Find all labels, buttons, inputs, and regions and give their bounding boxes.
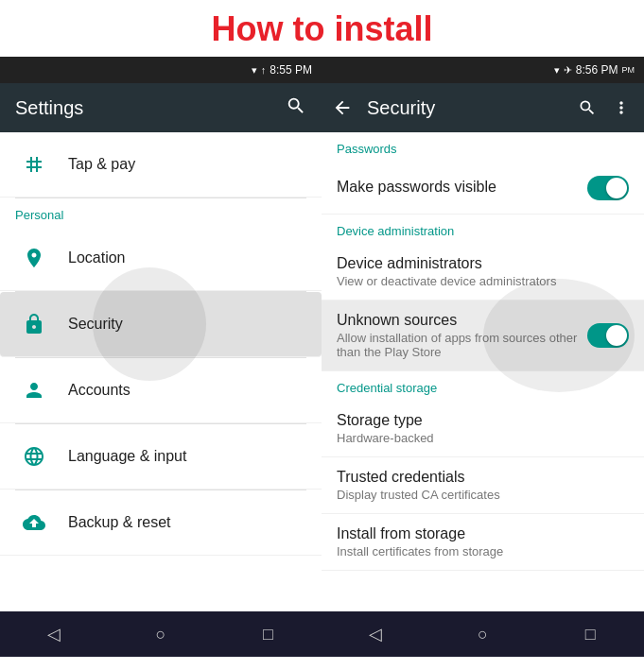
sidebar-item-location[interactable]: Location	[0, 226, 322, 291]
right-signal-icon: ✈	[564, 64, 572, 77]
back-button[interactable]: ◁	[35, 615, 73, 653]
storage-type-text: Storage type Hardware-backed	[337, 412, 629, 445]
location-icon	[15, 239, 53, 277]
device-admin-section-header: Device administration	[322, 215, 644, 244]
credential-storage-section-header: Credential storage	[322, 371, 644, 401]
security-icon	[15, 305, 53, 343]
trusted-credentials-sub: Display trusted CA certificates	[337, 488, 629, 502]
install-from-storage-sub: Install certificates from storage	[337, 544, 629, 558]
trusted-credentials-item[interactable]: Trusted credentials Display trusted CA c…	[322, 457, 644, 514]
back-arrow-button[interactable]	[325, 91, 359, 125]
unknown-sources-toggle[interactable]	[587, 323, 629, 348]
tap-icon	[15, 146, 53, 183]
accounts-icon	[15, 371, 53, 409]
sidebar-item-accounts[interactable]: Accounts	[0, 358, 322, 423]
security-screen-title: Security	[367, 97, 565, 119]
backup-icon	[15, 504, 53, 541]
language-icon	[15, 438, 53, 475]
security-list: Passwords Make passwords visible Device …	[322, 132, 644, 611]
language-label: Language & input	[68, 448, 186, 465]
right-screen: ▾ ✈ 8:56 PM PM Security	[322, 57, 644, 657]
trusted-credentials-text: Trusted credentials Display trusted CA c…	[337, 469, 629, 502]
page-title: How to install	[0, 0, 644, 57]
right-bottom-nav: ◁ ○ □	[322, 611, 644, 657]
sidebar-item-backup[interactable]: Backup & reset	[0, 490, 322, 556]
time-display: 8:55 PM	[270, 63, 312, 77]
right-time-ampm: PM	[622, 65, 635, 75]
sidebar-item-security[interactable]: Security	[0, 292, 322, 357]
left-bottom-nav: ◁ ○ □	[0, 611, 322, 657]
install-from-storage-item[interactable]: Install from storage Install certificate…	[322, 514, 644, 571]
passwords-visible-title: Make passwords visible	[337, 179, 587, 196]
location-label: Location	[68, 249, 126, 266]
passwords-visible-item[interactable]: Make passwords visible	[322, 162, 644, 215]
left-toolbar: Settings	[0, 83, 322, 132]
storage-type-sub: Hardware-backed	[337, 431, 629, 445]
right-status-bar: ▾ ✈ 8:56 PM PM	[322, 57, 644, 83]
right-toolbar-icons	[572, 93, 636, 123]
device-admins-text: Device administrators View or deactivate…	[337, 255, 629, 288]
right-search-icon[interactable]	[572, 93, 602, 123]
settings-list: Tap & pay Personal Location	[0, 132, 322, 611]
left-screen: ▾ ↑ 8:55 PM Settings Tap & pay	[0, 57, 322, 657]
left-status-bar: ▾ ↑ 8:55 PM	[0, 57, 322, 83]
tap-pay-label: Tap & pay	[68, 156, 135, 173]
home-button[interactable]: ○	[142, 615, 180, 653]
accounts-label: Accounts	[68, 382, 131, 399]
passwords-visible-text: Make passwords visible	[337, 179, 587, 198]
right-more-icon[interactable]	[606, 93, 636, 123]
security-label: Security	[68, 316, 123, 333]
personal-section-header: Personal	[0, 198, 322, 226]
right-home-button[interactable]: ○	[463, 615, 501, 653]
search-icon[interactable]	[286, 95, 306, 121]
device-admins-item[interactable]: Device administrators View or deactivate…	[322, 244, 644, 301]
storage-type-item[interactable]: Storage type Hardware-backed	[322, 401, 644, 457]
install-from-storage-text: Install from storage Install certificate…	[337, 525, 629, 558]
settings-title: Settings	[15, 97, 83, 119]
unknown-sources-title: Unknown sources	[337, 312, 587, 329]
sidebar-item-tap-pay[interactable]: Tap & pay	[0, 132, 322, 198]
wifi-icon: ▾	[252, 64, 257, 77]
signal-icon: ↑	[261, 64, 267, 76]
backup-label: Backup & reset	[68, 514, 171, 531]
right-toolbar: Security	[322, 83, 644, 132]
right-recent-button[interactable]: □	[571, 615, 609, 653]
right-wifi-icon: ▾	[554, 64, 560, 77]
recent-button[interactable]: □	[249, 615, 287, 653]
sidebar-item-language[interactable]: Language & input	[0, 424, 322, 490]
passwords-visible-toggle[interactable]	[587, 176, 629, 200]
device-admins-title: Device administrators	[337, 255, 629, 272]
install-from-storage-title: Install from storage	[337, 525, 629, 542]
passwords-section-header: Passwords	[322, 132, 644, 162]
right-back-button[interactable]: ◁	[357, 615, 394, 653]
unknown-sources-item[interactable]: Unknown sources Allow installation of ap…	[322, 301, 644, 371]
storage-type-title: Storage type	[337, 412, 629, 429]
unknown-sources-text: Unknown sources Allow installation of ap…	[337, 312, 587, 359]
right-time-display: 8:56 PM	[576, 63, 618, 77]
device-admins-sub: View or deactivate device administrators	[337, 274, 629, 288]
trusted-credentials-title: Trusted credentials	[337, 469, 629, 486]
unknown-sources-sub: Allow installation of apps from sources …	[337, 331, 587, 359]
